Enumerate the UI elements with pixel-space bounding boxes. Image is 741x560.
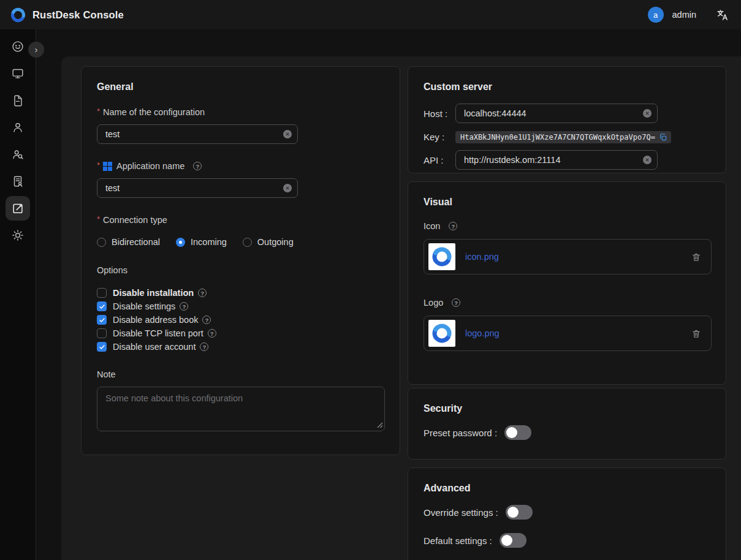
general-card: General * Name of the configuration ✕ * … <box>81 66 400 455</box>
api-input-wrap: ✕ <box>455 150 658 170</box>
logo-label: Logo ? <box>424 298 710 308</box>
options-list: Disable installation ? Disable settings … <box>97 286 384 354</box>
key-value-pill: HtaXBkJNHyn0e1U1jWXze7A7CN7QTGWqxkOtpaVp… <box>455 131 671 143</box>
option-disable-installation[interactable]: Disable installation ? <box>97 286 384 300</box>
general-title: General <box>97 81 384 93</box>
sidebar-item-users[interactable] <box>6 115 30 140</box>
checkbox-unchecked[interactable] <box>97 288 107 298</box>
toggle-knob <box>501 535 512 546</box>
help-icon[interactable]: ? <box>449 222 457 230</box>
option-disable-address-book[interactable]: Disable address book ? <box>97 313 384 327</box>
default-settings-toggle[interactable] <box>500 533 526 548</box>
radio-circle-checked[interactable] <box>176 238 185 247</box>
icon-file-link[interactable]: icon.png <box>465 252 499 262</box>
name-label: * Name of the configuration <box>97 107 384 117</box>
toggle-knob <box>506 427 517 438</box>
toggle-knob <box>507 507 519 518</box>
icon-thumbnail <box>428 243 455 270</box>
windows-icon <box>103 162 112 171</box>
username[interactable]: admin <box>672 10 697 20</box>
security-title: Security <box>424 403 710 414</box>
application-name-input[interactable] <box>97 183 297 193</box>
name-input-wrap: ✕ <box>97 124 298 144</box>
radio-outgoing[interactable]: Outgoing <box>243 237 294 247</box>
translate-icon[interactable] <box>713 6 731 24</box>
icon-upload-box: icon.png <box>424 239 712 274</box>
checkbox-checked[interactable] <box>97 315 107 325</box>
checkbox-checked[interactable] <box>97 301 107 311</box>
advanced-title: Advanced <box>424 483 710 494</box>
note-label: Note <box>97 369 384 379</box>
sidebar <box>0 29 36 560</box>
help-icon[interactable]: ? <box>202 316 211 324</box>
sidebar-item-documents[interactable] <box>6 88 30 113</box>
trash-icon[interactable] <box>690 251 702 263</box>
sidebar-item-settings[interactable] <box>6 223 30 248</box>
required-asterisk: * <box>97 107 100 116</box>
api-input[interactable] <box>456 155 657 165</box>
app-name-input-wrap: ✕ <box>97 178 298 198</box>
sidebar-item-audit-log[interactable] <box>6 169 30 194</box>
option-disable-settings[interactable]: Disable settings ? <box>97 300 384 313</box>
key-label: Key : <box>424 132 455 142</box>
custom-server-title: Custom server <box>424 81 710 93</box>
host-row: Host : ✕ <box>424 104 710 123</box>
preset-password-row: Preset password : <box>424 425 710 440</box>
sidebar-expand-button[interactable]: › <box>28 42 44 58</box>
connection-type-radios: Bidirectional Incoming Outgoing <box>97 237 384 247</box>
clear-icon[interactable]: ✕ <box>283 130 292 138</box>
preset-password-label: Preset password : <box>424 428 497 438</box>
icon-label: Icon ? <box>424 221 710 231</box>
logo-upload-box: logo.png <box>424 316 712 351</box>
brand: RustDesk Console <box>10 7 124 23</box>
default-settings-label: Default settings : <box>424 535 492 546</box>
note-textarea[interactable] <box>97 387 385 431</box>
rustdesk-logo-icon <box>10 7 26 23</box>
option-disable-tcp-listen-port[interactable]: Disable TCP listen port ? <box>97 327 384 340</box>
user-avatar[interactable]: a <box>648 7 664 23</box>
api-label: API : <box>424 155 455 165</box>
sidebar-item-user-search[interactable] <box>6 142 30 167</box>
default-settings-row: Default settings : <box>424 533 710 548</box>
clear-icon[interactable]: ✕ <box>283 184 292 192</box>
help-icon[interactable]: ? <box>452 298 460 307</box>
custom-server-card: Custom server Host : ✕ Key : HtaXBkJNHyn… <box>408 66 726 173</box>
host-input[interactable] <box>456 108 657 118</box>
override-settings-row: Override settings : <box>424 505 710 520</box>
sidebar-item-dashboard[interactable] <box>6 34 30 59</box>
override-settings-toggle[interactable] <box>506 505 533 520</box>
help-icon[interactable]: ? <box>200 342 208 351</box>
checkbox-unchecked[interactable] <box>97 328 107 338</box>
radio-incoming[interactable]: Incoming <box>176 237 227 247</box>
api-row: API : ✕ <box>424 150 710 170</box>
trash-icon[interactable] <box>690 327 702 340</box>
sidebar-item-devices[interactable] <box>6 61 30 86</box>
sidebar-item-client-configuration[interactable] <box>6 196 30 221</box>
content-panel: General * Name of the configuration ✕ * … <box>61 56 741 560</box>
option-disable-user-account[interactable]: Disable user account ? <box>97 340 384 354</box>
visual-card: Visual Icon ? icon.png Logo <box>408 181 726 385</box>
help-icon[interactable]: ? <box>208 329 216 338</box>
security-card: Security Preset password : <box>408 388 726 460</box>
note-wrap <box>97 387 385 433</box>
clear-icon[interactable]: ✕ <box>643 156 652 164</box>
clear-icon[interactable]: ✕ <box>643 109 652 118</box>
help-icon[interactable]: ? <box>180 302 188 311</box>
host-label: Host : <box>424 108 455 119</box>
key-value: HtaXBkJNHyn0e1U1jWXze7A7CN7QTGWqxkOtpaVp… <box>460 133 655 142</box>
logo-file-link[interactable]: logo.png <box>465 328 500 338</box>
copy-icon[interactable] <box>658 133 668 142</box>
configuration-name-input[interactable] <box>97 129 297 139</box>
override-settings-label: Override settings : <box>424 507 498 518</box>
help-icon[interactable]: ? <box>198 289 207 297</box>
checkbox-checked[interactable] <box>97 342 107 352</box>
radio-bidirectional[interactable]: Bidirectional <box>97 237 160 247</box>
preset-password-toggle[interactable] <box>504 425 531 440</box>
radio-circle[interactable] <box>97 238 106 247</box>
options-label: Options <box>97 265 384 275</box>
help-icon[interactable]: ? <box>193 162 202 170</box>
app-name-label: * Application name ? <box>97 161 384 171</box>
key-row: Key : HtaXBkJNHyn0e1U1jWXze7A7CN7QTGWqxk… <box>424 129 710 145</box>
connection-type-label: * Connection type <box>97 215 384 225</box>
radio-circle[interactable] <box>243 238 252 247</box>
